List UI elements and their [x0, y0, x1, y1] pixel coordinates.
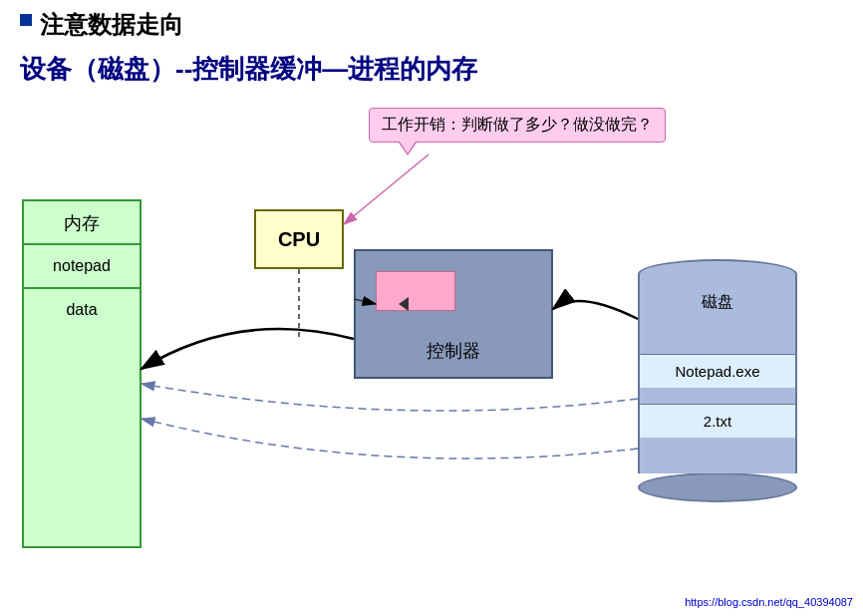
title-area: 注意数据走向 — [20, 8, 183, 42]
disk-bottom — [638, 472, 797, 502]
title-bullet — [20, 14, 32, 26]
memory-box: 内存 notepad data — [22, 199, 142, 548]
disk-body: 磁盘 Notepad.exe 2.txt — [638, 274, 797, 473]
title-main: 注意数据走向 — [40, 8, 183, 42]
callout-tail — [400, 142, 416, 154]
disk-container: 磁盘 Notepad.exe 2.txt — [638, 259, 797, 502]
disk-label: 磁盘 — [640, 292, 795, 313]
controller-box: 控制器 — [354, 249, 553, 379]
slide-container: 注意数据走向 设备（磁盘）--控制器缓冲—进程的内存 工作开销：判断做了多少？做… — [0, 0, 863, 616]
cpu-label: CPU — [278, 228, 320, 251]
watermark: https://blog.csdn.net/qq_40394087 — [685, 596, 853, 608]
disk-file-2: 2.txt — [640, 404, 795, 438]
callout-box: 工作开销：判断做了多少？做没做完？ — [369, 108, 666, 143]
callout-text: 工作开销：判断做了多少？做没做完？ — [382, 116, 653, 133]
memory-row-notepad: notepad — [24, 245, 140, 289]
subtitle-text: 设备（磁盘）--控制器缓冲—进程的内存 — [20, 52, 477, 87]
memory-label: 内存 — [24, 201, 140, 243]
controller-label: 控制器 — [356, 339, 551, 363]
disk-file-1: Notepad.exe — [640, 354, 795, 388]
memory-row-data: data — [24, 289, 140, 331]
cpu-box: CPU — [254, 209, 344, 269]
controller-buffer — [376, 271, 455, 311]
